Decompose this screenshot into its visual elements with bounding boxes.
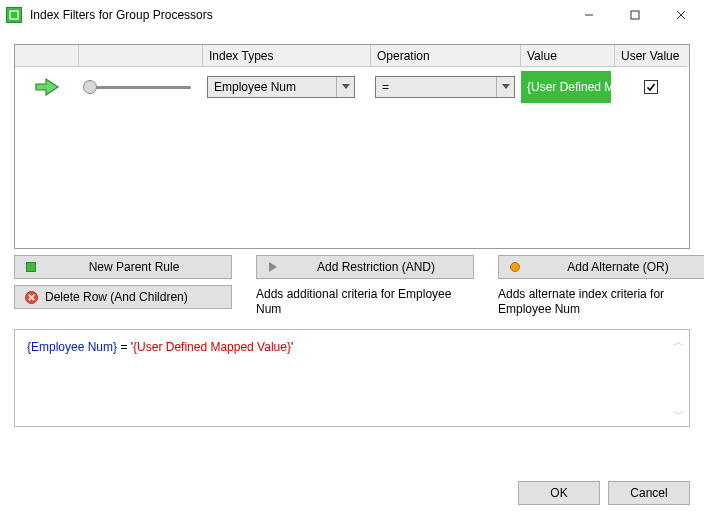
add-restriction-label: Add Restriction (AND) — [287, 260, 465, 274]
add-alternate-label: Add Alternate (OR) — [529, 260, 704, 274]
delete-row-button[interactable]: Delete Row (And Children) — [14, 285, 232, 309]
play-icon — [265, 259, 281, 275]
svg-rect-0 — [10, 11, 18, 19]
priority-slider[interactable] — [83, 80, 191, 94]
window-close-button[interactable] — [658, 0, 704, 30]
scroll-up-icon[interactable]: ︿ — [673, 336, 685, 348]
delete-icon — [23, 289, 39, 305]
chevron-down-icon — [336, 77, 354, 97]
window-minimize-button[interactable] — [566, 0, 612, 30]
expr-field: {Employee Num} — [27, 340, 117, 354]
grid-header-blank1 — [15, 45, 79, 67]
add-alternate-desc: Adds alternate index criteria for Employ… — [498, 287, 704, 317]
add-alternate-button[interactable]: Add Alternate (OR) — [498, 255, 704, 279]
operation-value: = — [376, 80, 496, 94]
grid-header-blank2 — [79, 45, 203, 67]
grid-header-index-types: Index Types — [203, 45, 371, 67]
window-titlebar: Index Filters for Group Processors — [0, 0, 704, 30]
cancel-button[interactable]: Cancel — [608, 481, 690, 505]
value-cell[interactable]: {User Defined Ma... — [521, 71, 611, 103]
user-value-checkbox[interactable] — [644, 80, 658, 94]
index-type-select[interactable]: Employee Num — [207, 76, 355, 98]
expr-q2: ' — [291, 340, 293, 354]
cancel-label: Cancel — [630, 486, 667, 500]
new-parent-rule-button[interactable]: New Parent Rule — [14, 255, 232, 279]
chevron-down-icon — [496, 77, 514, 97]
index-type-value: Employee Num — [208, 80, 336, 94]
svg-rect-2 — [631, 11, 639, 19]
ok-label: OK — [550, 486, 567, 500]
grid-header-operation: Operation — [371, 45, 521, 67]
dot-orange-icon — [507, 259, 523, 275]
grid-header-row: Index Types Operation Value User Value — [15, 45, 689, 67]
grid-header-user-value: User Value — [615, 45, 687, 67]
new-parent-rule-label: New Parent Rule — [45, 260, 223, 274]
square-green-icon — [23, 259, 39, 275]
add-restriction-desc: Adds additional criteria for Employee Nu… — [256, 287, 474, 317]
window-title: Index Filters for Group Processors — [30, 8, 566, 22]
filter-row[interactable]: Employee Num = {User Defined Ma... — [15, 67, 689, 107]
grid-header-value: Value — [521, 45, 615, 67]
current-row-arrow-icon — [19, 76, 75, 98]
ok-button[interactable]: OK — [518, 481, 600, 505]
expr-value: {User Defined Mapped Value} — [133, 340, 291, 354]
window-maximize-button[interactable] — [612, 0, 658, 30]
value-text: {User Defined Ma... — [527, 80, 611, 94]
scroll-down-icon[interactable]: ﹀ — [673, 408, 685, 420]
expr-eq: = — [117, 340, 131, 354]
filter-grid: Index Types Operation Value User Value — [14, 44, 690, 249]
operation-select[interactable]: = — [375, 76, 515, 98]
expression-preview: {Employee Num} = '{User Defined Mapped V… — [14, 329, 690, 427]
app-icon — [6, 7, 22, 23]
delete-row-label: Delete Row (And Children) — [45, 290, 223, 304]
add-restriction-button[interactable]: Add Restriction (AND) — [256, 255, 474, 279]
